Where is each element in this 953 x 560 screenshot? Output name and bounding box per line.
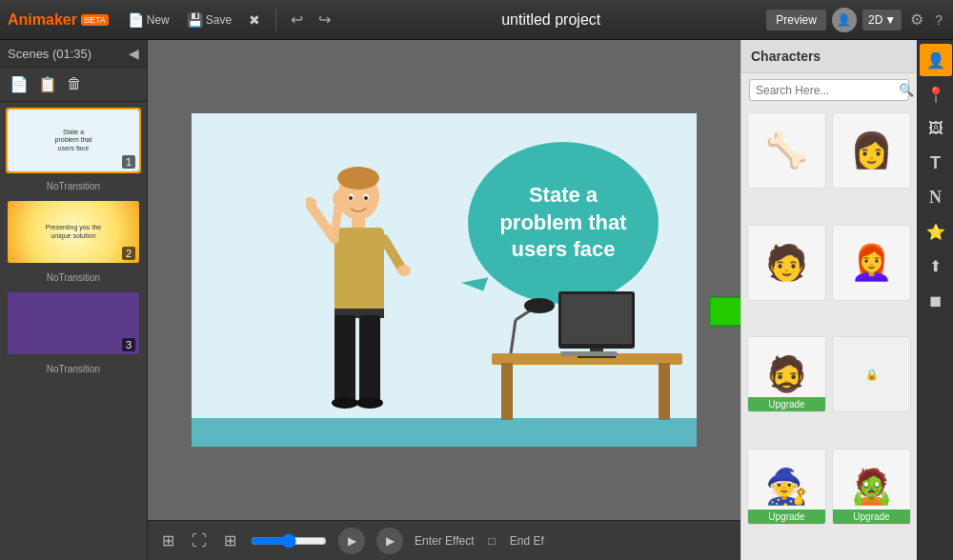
save-icon: 💾 (187, 12, 203, 28)
character-skeleton[interactable]: 🦴 (747, 112, 826, 189)
scene-2-number: 2 (122, 247, 135, 260)
undo-button[interactable]: ↩ (286, 8, 308, 31)
locked-label: 🔒 (865, 369, 879, 381)
character-man-dark-figure: 🧔 (765, 357, 808, 391)
zoom-slider[interactable] (251, 533, 327, 549)
character-man-blue[interactable]: 🧑 (747, 225, 826, 301)
character-man-blue-figure: 🧑 (765, 246, 808, 280)
svg-marker-32 (710, 288, 740, 335)
new-icon: 📄 (128, 12, 144, 28)
svg-rect-31 (560, 351, 618, 356)
play-next-button[interactable]: ▶ (376, 528, 403, 554)
character-zombie-figure: 🧟 (850, 470, 893, 504)
green-arrow-svg (710, 283, 740, 340)
character-witch-figure: 🧙 (765, 470, 808, 504)
svg-point-1 (337, 167, 379, 190)
tool-character-button[interactable]: 👤 (920, 44, 952, 76)
svg-rect-23 (659, 363, 670, 420)
project-title: untitled project (341, 11, 760, 29)
scenes-panel: Scenes (01:35) ◀ 📄 📋 🗑 State aproblem th… (0, 40, 148, 560)
canvas-area: State a problem that users face (148, 40, 740, 560)
upgrade-badge-3: Upgrade (833, 510, 910, 524)
settings-button[interactable]: ⚙ (907, 8, 926, 31)
svg-point-13 (332, 397, 358, 409)
character-person[interactable] (306, 163, 430, 420)
grid-button[interactable]: ⊞ (221, 529, 239, 552)
characters-grid: 🦴 👩 🧑 👩‍🦰 🧔 Upgrade 🔒 🧙 (741, 107, 917, 560)
upgrade-badge-2: Upgrade (748, 510, 825, 524)
scenes-title: Scenes (01:35) (8, 47, 91, 61)
svg-rect-5 (335, 228, 384, 313)
character-woman-red[interactable]: 👩 (832, 112, 911, 189)
scene-2-preview-text: Presenting you theunique solution (42, 220, 105, 244)
upgrade-badge-1: Upgrade (748, 397, 825, 411)
characters-header: Characters (741, 40, 917, 73)
svg-point-14 (356, 397, 383, 409)
scene-thumb-2: Presenting you theunique solution 2 (8, 201, 139, 263)
character-woman-hair[interactable]: 👩‍🦰 (832, 225, 911, 301)
desk-svg (482, 268, 692, 420)
scene-canvas: State a problem that users face (192, 113, 697, 447)
tool-effect-button[interactable]: ⭐ (920, 215, 952, 248)
svg-line-8 (384, 239, 401, 268)
enter-effect-toggle[interactable]: □ (485, 531, 497, 550)
tool-bg-button[interactable]: ◼ (920, 284, 952, 316)
scene-thumb-3: 3 (8, 292, 139, 354)
scene-1-preview-text: State aproblem thatusers face (55, 129, 92, 152)
scene-thumb-1: State aproblem thatusers face 1 (8, 110, 139, 171)
zoom-control (251, 533, 327, 549)
avatar-area: 👤 (832, 8, 857, 32)
mode-button[interactable]: 2D ▼ (862, 10, 902, 30)
redo-button[interactable]: ↪ (314, 8, 335, 31)
scene-1-number: 1 (122, 155, 135, 169)
speech-bubble-text: State a problem that users face (468, 163, 659, 283)
fullscreen-button[interactable]: ⛶ (189, 530, 210, 552)
new-button[interactable]: 📄 New (122, 10, 175, 30)
svg-line-19 (335, 201, 339, 235)
scene-item-2[interactable]: Presenting you theunique solution 2 (6, 199, 141, 265)
help-button[interactable]: ? (932, 10, 945, 30)
add-scene-button[interactable]: 📄 (8, 73, 30, 95)
character-skeleton-figure: 🦴 (765, 133, 808, 168)
svg-point-30 (524, 298, 555, 313)
copy-scene-button[interactable]: 📋 (36, 73, 59, 95)
delete-button[interactable]: ✖ (243, 10, 266, 30)
character-witch[interactable]: 🧙 Upgrade (747, 449, 826, 525)
tool-text-button[interactable]: T (920, 147, 952, 179)
tool-export-button[interactable]: ⬆ (920, 250, 952, 282)
preview-button[interactable]: Preview (766, 10, 826, 30)
search-icon: 🔍 (899, 83, 914, 97)
scenes-collapse-button[interactable]: ◀ (129, 46, 139, 61)
scene-1-transition: NoTransition (6, 179, 141, 193)
tool-image-button[interactable]: 🖼 (920, 112, 952, 145)
tool-font-button[interactable]: N (920, 181, 952, 213)
character-woman-hair-figure: 👩‍🦰 (850, 246, 893, 280)
save-button[interactable]: 💾 Save (181, 10, 237, 30)
svg-point-17 (349, 196, 353, 200)
scenes-list: State aproblem thatusers face 1 NoTransi… (0, 102, 147, 560)
canvas-viewport[interactable]: State a problem that users face (148, 40, 740, 520)
avatar[interactable]: 👤 (832, 8, 857, 32)
character-locked[interactable]: 🔒 (832, 336, 911, 412)
canvas-floor (192, 418, 697, 447)
play-button[interactable]: ▶ (338, 528, 365, 554)
scene-item-3[interactable]: 3 (6, 290, 141, 356)
end-effect-label: End Ef (510, 534, 544, 548)
canvas-toolbar: ⊞ ⛶ ⊞ ▶ ▶ Enter Effect □ End Ef (148, 520, 740, 560)
logo-beta: BETA (81, 14, 109, 26)
characters-search-input[interactable] (756, 84, 899, 97)
svg-point-9 (397, 265, 411, 276)
scene-3-transition: NoTransition (6, 362, 141, 376)
logo-text: Animaker (8, 11, 77, 29)
character-zombie[interactable]: 🧟 Upgrade (832, 449, 911, 525)
character-man-dark[interactable]: 🧔 Upgrade (747, 336, 826, 412)
delete-scene-button[interactable]: 🗑 (65, 73, 84, 95)
scenes-header: Scenes (01:35) ◀ (0, 40, 147, 68)
fit-screen-button[interactable]: ⊞ (159, 529, 177, 552)
top-bar: Animaker BETA 📄 New 💾 Save ✖ ↩ ↪ untitle… (0, 0, 953, 40)
scene-item-1[interactable]: State aproblem thatusers face 1 (6, 108, 141, 173)
logo: Animaker BETA (8, 11, 109, 29)
tool-panel: 👤 📍 🖼 T N ⭐ ⬆ ◼ (917, 40, 953, 560)
svg-point-18 (364, 196, 368, 200)
tool-location-button[interactable]: 📍 (920, 78, 952, 110)
